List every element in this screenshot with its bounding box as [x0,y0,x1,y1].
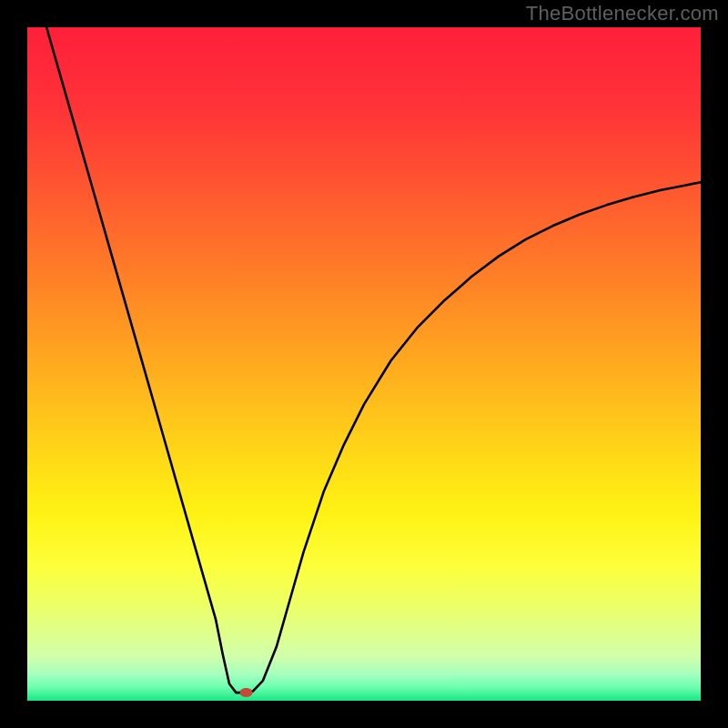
watermark-text: TheBottleneсker.com [526,2,719,25]
chart-gradient-bg [27,27,701,701]
chart-marker [240,688,253,697]
chart-svg [0,0,728,728]
chart-frame: TheBottleneсker.com [0,0,728,728]
